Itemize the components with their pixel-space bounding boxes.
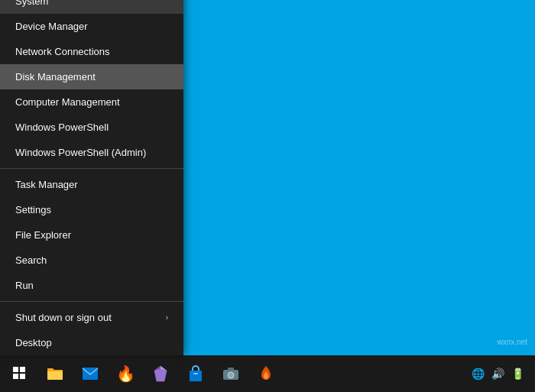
menu-item-label-windows-powershell-admin: Windows PowerShell (Admin) <box>15 147 146 158</box>
menu-item-device-manager[interactable]: Device Manager <box>0 14 183 39</box>
tray-volume-icon[interactable]: 🔊 <box>489 365 506 382</box>
menu-divider <box>0 301 183 302</box>
menu-item-settings[interactable]: Settings <box>0 197 183 222</box>
svg-rect-2 <box>13 374 18 379</box>
menu-item-desktop[interactable]: Desktop <box>0 330 183 355</box>
taskbar-start-area: 🔥 <box>3 357 283 390</box>
taskbar-camera-icon[interactable] <box>214 357 248 390</box>
menu-item-label-file-explorer: File Explorer <box>15 229 71 241</box>
menu-item-label-network-connections: Network Connections <box>15 46 110 57</box>
taskbar-task-view-icon[interactable] <box>3 357 37 390</box>
taskbar-flame-icon[interactable]: 🔥 <box>109 357 142 390</box>
menu-item-label-disk-management: Disk Management <box>15 71 96 83</box>
menu-item-label-windows-powershell: Windows PowerShell <box>15 121 109 133</box>
menu-item-label-task-manager: Task Manager <box>15 179 78 190</box>
taskbar: 🔥 🌐 🔊 🔋 <box>0 355 535 392</box>
taskbar-store-icon[interactable] <box>179 357 212 390</box>
svg-rect-3 <box>20 374 25 379</box>
svg-rect-1 <box>20 367 25 372</box>
menu-item-disk-management[interactable]: Disk Management <box>0 64 183 89</box>
watermark: wxnx.net <box>498 338 527 346</box>
menu-item-task-manager[interactable]: Task Manager <box>0 172 183 197</box>
menu-item-search[interactable]: Search <box>0 248 183 273</box>
menu-item-system[interactable]: System <box>0 0 183 14</box>
menu-item-arrow-shut-down: › <box>166 313 168 322</box>
svg-rect-12 <box>228 368 234 371</box>
menu-item-label-desktop: Desktop <box>15 337 52 348</box>
menu-item-label-run: Run <box>15 280 34 291</box>
taskbar-gem-icon[interactable] <box>144 357 177 390</box>
menu-item-label-search: Search <box>15 254 47 266</box>
menu-item-label-system: System <box>15 0 48 7</box>
taskbar-right: 🌐 🔊 🔋 <box>469 365 532 382</box>
context-menu: Apps and FeaturesPower OptionsEvent View… <box>0 0 183 355</box>
menu-item-label-settings: Settings <box>15 204 51 215</box>
tray-network-icon[interactable]: 🌐 <box>469 365 486 382</box>
svg-rect-0 <box>13 367 18 372</box>
menu-item-file-explorer[interactable]: File Explorer <box>0 222 183 248</box>
menu-item-run[interactable]: Run <box>0 273 183 298</box>
svg-point-11 <box>228 372 234 378</box>
svg-rect-4 <box>83 368 98 380</box>
taskbar-flame2-icon[interactable] <box>249 357 283 390</box>
svg-rect-8 <box>190 371 202 381</box>
menu-item-windows-powershell-admin[interactable]: Windows PowerShell (Admin) <box>0 140 183 165</box>
tray-battery-icon[interactable]: 🔋 <box>509 365 526 382</box>
taskbar-mail-icon[interactable] <box>73 357 107 390</box>
menu-item-label-computer-management: Computer Management <box>15 96 120 108</box>
taskbar-file-explorer-icon[interactable] <box>38 357 72 390</box>
menu-item-label-shut-down: Shut down or sign out <box>15 312 112 323</box>
menu-item-label-device-manager: Device Manager <box>15 21 88 32</box>
menu-divider <box>0 168 183 169</box>
svg-rect-9 <box>193 373 198 374</box>
menu-item-windows-powershell[interactable]: Windows PowerShell <box>0 115 183 140</box>
menu-item-computer-management[interactable]: Computer Management <box>0 89 183 115</box>
menu-item-shut-down[interactable]: Shut down or sign out› <box>0 305 183 330</box>
menu-item-network-connections[interactable]: Network Connections <box>0 39 183 64</box>
